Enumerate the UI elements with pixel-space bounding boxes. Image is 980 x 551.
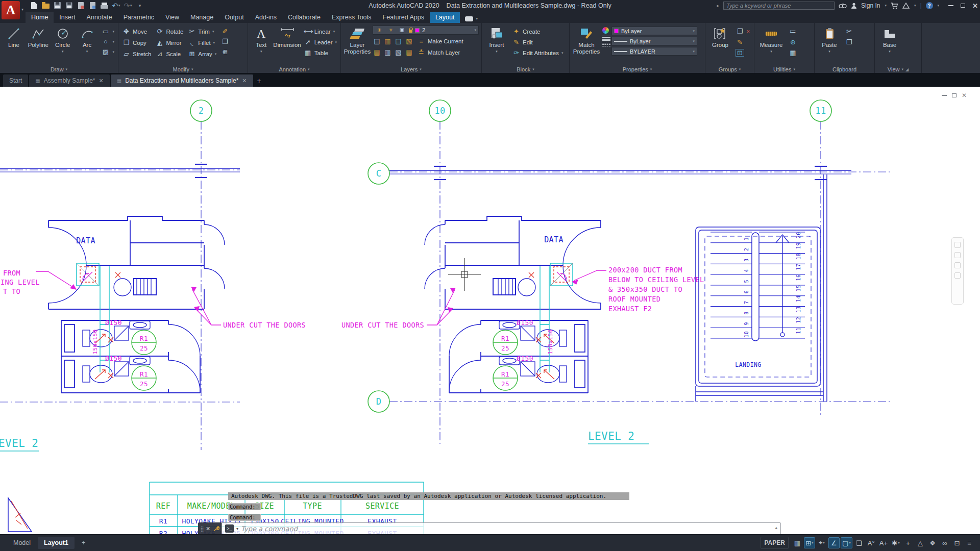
group-selectable-icon[interactable]: ⊡ [734,48,752,58]
explode-tool-icon[interactable]: ❐ [219,37,231,46]
grid-icon[interactable]: ▦ [792,537,803,548]
close-tab-icon[interactable]: ✕ [99,78,104,84]
panel-label-annotation[interactable]: Annotation▾ [248,66,340,72]
leader-button[interactable]: ➚Leader▾ [302,37,338,47]
infer-constraints-icon[interactable]: ⌖▾ [816,537,827,548]
ribbon-display-toggle[interactable]: ▾ [465,16,478,21]
object-snap-icon[interactable]: ▢▾ [841,537,852,548]
sign-in-button[interactable]: Sign In [861,2,880,9]
paper-space-toggle[interactable]: PAPER [761,537,788,549]
linetype-dropdown[interactable]: BYLAYER▾ [611,47,697,56]
ellipse-tool-icon[interactable]: ○▾ [100,37,116,46]
linear-dimension-button[interactable]: ⟷Linear▾ [302,27,338,36]
layer-tool-icon-1[interactable]: ▤ [373,49,381,56]
erase-tool-icon[interactable]: ✐ [219,27,231,36]
trim-button[interactable]: ✂Trim▾ [186,27,218,36]
layer-tool-icon-2[interactable]: ▥ [383,49,392,56]
layer-selector[interactable]: ☀ ☀ ▣ 2 ▾ [373,26,479,35]
layer-properties-button[interactable]: Layer Properties [343,24,372,65]
scale-button[interactable]: ⊿Scale [154,49,185,59]
layer-tool-icon-3[interactable]: ▧ [394,49,403,56]
new-file-icon[interactable] [30,1,38,10]
new-tab-button[interactable]: + [257,77,261,85]
a360-icon[interactable] [902,3,910,9]
match-layer-button[interactable]: ≛Match Layer [415,47,461,57]
tab-collaborate[interactable]: Collaborate [282,12,326,23]
sign-in-chevron-icon[interactable]: ▾ [885,4,887,8]
annotation-scale-icon[interactable]: ✱▾ [890,537,901,548]
insert-button[interactable]: Insert ▾ [484,24,509,65]
app-store-cart-icon[interactable] [891,3,898,9]
open-file-icon[interactable] [41,1,50,10]
external-link-icon[interactable]: ∞ [939,537,950,548]
rotate-button[interactable]: ⟳Rotate [154,27,185,36]
help-icon[interactable]: ? [926,2,933,9]
quick-properties-icon[interactable]: + [902,537,914,548]
polyline-button[interactable]: Polyline [27,24,50,65]
panel-label-layers[interactable]: Layers▾ [341,66,481,72]
command-line-window[interactable]: ⣿ ✕ >_ ▾ Type a command ▴ [198,522,781,534]
file-tab-start[interactable]: Start [3,74,28,87]
a360-chevron-icon[interactable]: ▾ [914,4,916,8]
clean-screen-icon[interactable]: ⊡ [951,537,963,548]
match-properties-button[interactable]: Match Properties [572,24,601,65]
save-as-icon[interactable] [65,1,74,10]
file-tab-assembly-sample[interactable]: ▦ Assembly Sample* ✕ [29,74,109,87]
redo-icon[interactable]: ↷▾ [124,1,132,10]
lineweight-dropdown[interactable]: ByLayer▾ [611,37,697,45]
search-input[interactable]: Type a keyword or phrase [723,2,835,10]
paste-button[interactable]: Paste ▾ [817,24,842,65]
layer-state-icon-1[interactable]: ▤ [373,38,381,44]
base-button[interactable]: Base ▾ [877,24,902,65]
command-recent-chevron-icon[interactable]: ▾ [236,527,238,531]
dimension-button[interactable]: Dimension [273,24,301,65]
layer-state-icon-3[interactable]: ▤ [394,38,403,44]
edit-attributes-button[interactable]: ✑Edit Attributes▾ [510,48,565,58]
measure-button[interactable]: Measure ▾ [756,24,786,65]
polar-tracking-icon[interactable]: ∠ [828,537,840,548]
command-input[interactable]: >_ ▾ Type a command ▴ [222,522,781,534]
file-tab-data-extraction[interactable]: ▦ Data Extraction and Multileaders Sampl… [111,74,253,87]
app-menu-chevron-icon[interactable]: ▾ [21,7,23,12]
panel-label-utilities[interactable]: Utilities▾ [754,66,814,72]
group-edit-icon[interactable]: ✎ [734,37,752,47]
panel-label-clipboard[interactable]: Clipboard [815,66,874,72]
text-button[interactable]: A Text ▾ [250,24,272,65]
panel-label-view[interactable]: View▾◢ [875,66,921,72]
viewport-restore-icon[interactable] [952,93,957,97]
tab-featured-apps[interactable]: Featured Apps [377,12,430,23]
copy-button[interactable]: ❐Copy [120,38,153,47]
layer-state-icon-2[interactable]: ▥ [383,38,392,44]
restore-button[interactable] [961,4,965,8]
mirror-button[interactable]: ◭Mirror [154,38,185,47]
quick-calc-icon[interactable]: ▦ [787,48,799,58]
app-logo-icon[interactable]: A [2,1,20,19]
id-point-icon[interactable]: ⊕ [787,37,799,47]
copy-clip-icon[interactable]: ❐ [843,37,855,47]
tab-home[interactable]: Home [26,12,54,23]
drawing-canvas[interactable]: 2 10 11 C D [0,87,980,534]
tab-annotate[interactable]: Annotate [81,12,118,23]
graphics-performance-icon[interactable]: ❖ [927,537,938,548]
publish-icon[interactable] [88,1,97,10]
tab-add-ins[interactable]: Add-ins [250,12,282,23]
annotation-visibility-icon[interactable]: A° [866,537,877,548]
stretch-button[interactable]: ▱Stretch [120,49,153,59]
save-icon[interactable] [53,1,62,10]
layer-dropdown-icon[interactable]: ▾ [474,28,476,32]
quick-select-icon[interactable]: ≔ [787,27,799,36]
tab-parametric[interactable]: Parametric [118,12,160,23]
selection-cycling-icon[interactable]: ❏ [853,537,865,548]
navigation-bar[interactable] [951,237,964,305]
autoscale-icon[interactable]: A+ [878,537,889,548]
cut-icon[interactable]: ✂ [843,27,855,36]
tab-manage[interactable]: Manage [185,12,219,23]
add-layout-button[interactable]: + [76,537,91,549]
snap-mode-icon[interactable]: ⊞▾ [804,537,815,548]
edit-block-button[interactable]: ✎Edit [510,37,565,47]
layout1-tab[interactable]: Layout1 [38,537,75,549]
line-button[interactable]: Line [2,24,26,65]
command-wrench-icon[interactable] [213,525,219,532]
command-drag-grip-icon[interactable]: ⣿ [200,526,203,532]
arc-button[interactable]: Arc ▾ [76,24,99,65]
